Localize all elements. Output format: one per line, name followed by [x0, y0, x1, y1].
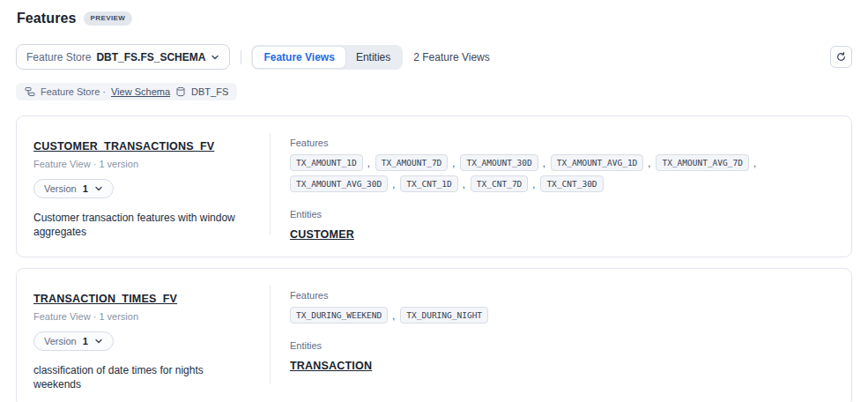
- chip-separator: ,: [392, 310, 395, 321]
- tab-feature-views[interactable]: Feature Views: [253, 47, 345, 68]
- chip-separator: ,: [463, 179, 465, 190]
- feature-chip: TX_AMOUNT_AVG_1D: [551, 154, 644, 171]
- chip-separator: ,: [392, 179, 395, 190]
- feature-view-summary: CUSTOMER_TRANSACTIONS_FV Feature View · …: [17, 131, 270, 242]
- version-dropdown-label: Version: [44, 336, 77, 346]
- feature-chip-group: TX_CNT_1D,: [400, 175, 465, 192]
- version-dropdown-label: Version: [44, 183, 77, 194]
- entity-link-list: CUSTOMER: [290, 226, 834, 242]
- feature-view-details: Features TX_AMOUNT_1D,TX_AMOUNT_7D,TX_AM…: [271, 131, 851, 242]
- feature-chip: TX_AMOUNT_7D: [375, 154, 449, 171]
- feature-chip-group: TX_CNT_30D: [540, 175, 603, 192]
- entity-link[interactable]: CUSTOMER: [290, 228, 354, 241]
- refresh-icon: [835, 51, 847, 63]
- view-tabs: Feature Views Entities: [251, 45, 403, 70]
- page-title: Features: [17, 11, 77, 26]
- database-icon: [175, 86, 186, 97]
- feature-store-icon: [25, 86, 35, 97]
- feature-chip: TX_AMOUNT_AVG_7D: [656, 154, 749, 171]
- feature-chip: TX_AMOUNT_1D: [290, 154, 363, 171]
- feature-chip: TX_CNT_7D: [471, 175, 528, 192]
- chip-separator: ,: [367, 158, 370, 168]
- toolbar-divider: [241, 50, 241, 64]
- feature-view-description: classification of date times for nights …: [33, 363, 252, 391]
- breadcrumb-row: Feature Store · View Schema DBT_FS: [16, 83, 852, 100]
- feature-view-title-link[interactable]: TRANSACTION_TIMES_FV: [33, 293, 177, 305]
- refresh-button[interactable]: [830, 46, 852, 68]
- feature-view-count: 2 Feature Views: [413, 51, 490, 63]
- feature-chip: TX_CNT_30D: [540, 175, 603, 192]
- feature-chip-list: TX_DURING_WEEKEND,TX_DURING_NIGHT: [290, 307, 834, 324]
- chip-separator: ,: [532, 179, 535, 190]
- entities-label: Entities: [290, 209, 834, 220]
- feature-chip-group: TX_AMOUNT_AVG_1D,: [551, 154, 651, 171]
- feature-store-selector-label: Feature Store: [26, 51, 91, 63]
- chip-separator: ,: [648, 158, 650, 168]
- feature-chip-group: TX_AMOUNT_AVG_7D,: [656, 154, 756, 171]
- feature-chip-group: TX_DURING_NIGHT: [400, 307, 488, 324]
- feature-view-list: CUSTOMER_TRANSACTIONS_FV Feature View · …: [16, 115, 852, 402]
- preview-badge: PREVIEW: [84, 11, 133, 26]
- version-dropdown-value: 1: [83, 336, 88, 346]
- chevron-down-icon: [94, 337, 103, 346]
- feature-store-selector[interactable]: Feature Store DBT_FS.FS_SCHEMA: [16, 44, 230, 70]
- feature-view-summary: TRANSACTION_TIMES_FV Feature View · 1 ve…: [17, 284, 270, 391]
- chevron-down-icon: [211, 53, 219, 62]
- feature-view-card: TRANSACTION_TIMES_FV Feature View · 1 ve…: [16, 268, 852, 402]
- page-header: Features PREVIEW: [16, 11, 852, 26]
- chevron-down-icon: [94, 184, 103, 193]
- entities-block: Entities TRANSACTION: [290, 340, 834, 373]
- feature-view-subtitle: Feature View · 1 version: [33, 311, 252, 322]
- feature-chip-group: TX_AMOUNT_7D,: [375, 154, 456, 171]
- feature-store-selector-value: DBT_FS.FS_SCHEMA: [96, 51, 205, 63]
- entities-block: Entities CUSTOMER: [290, 209, 834, 242]
- features-label: Features: [290, 138, 834, 148]
- version-dropdown-value: 1: [83, 183, 88, 194]
- feature-chip-group: TX_AMOUNT_1D,: [290, 154, 370, 171]
- feature-view-description: Customer transaction features with windo…: [33, 211, 252, 239]
- feature-chip-group: TX_AMOUNT_AVG_30D,: [290, 175, 395, 192]
- entities-label: Entities: [290, 340, 834, 351]
- chip-separator: ,: [753, 158, 756, 168]
- version-dropdown[interactable]: Version 1: [33, 331, 114, 351]
- chip-separator: ,: [452, 158, 455, 168]
- version-dropdown[interactable]: Version 1: [33, 179, 114, 198]
- feature-chip: TX_CNT_1D: [400, 175, 457, 192]
- feature-view-card: CUSTOMER_TRANSACTIONS_FV Feature View · …: [16, 115, 852, 257]
- feature-view-title-link[interactable]: CUSTOMER_TRANSACTIONS_FV: [33, 140, 214, 153]
- breadcrumb-prefix: Feature Store ·: [41, 86, 106, 97]
- tab-entities[interactable]: Entities: [345, 47, 401, 68]
- feature-chip: TX_AMOUNT_30D: [460, 154, 538, 171]
- entity-link[interactable]: TRANSACTION: [290, 360, 372, 372]
- feature-chip: TX_DURING_NIGHT: [400, 307, 488, 324]
- feature-chip: TX_AMOUNT_AVG_30D: [290, 175, 388, 192]
- feature-chip-list: TX_AMOUNT_1D,TX_AMOUNT_7D,TX_AMOUNT_30D,…: [290, 154, 834, 192]
- feature-view-details: Features TX_DURING_WEEKEND,TX_DURING_NIG…: [271, 284, 851, 391]
- feature-view-subtitle: Feature View · 1 version: [33, 159, 252, 169]
- feature-chip-group: TX_DURING_WEEKEND,: [290, 307, 395, 324]
- view-schema-link[interactable]: View Schema: [111, 86, 170, 97]
- feature-chip: TX_DURING_WEEKEND: [290, 307, 388, 324]
- breadcrumb: Feature Store · View Schema DBT_FS: [16, 83, 237, 100]
- feature-chip-group: TX_CNT_7D,: [471, 175, 536, 192]
- features-label: Features: [290, 290, 834, 301]
- chip-separator: ,: [543, 158, 545, 168]
- toolbar: Feature Store DBT_FS.FS_SCHEMA Feature V…: [16, 44, 852, 70]
- breadcrumb-database: DBT_FS: [191, 86, 228, 97]
- entity-link-list: TRANSACTION: [290, 357, 834, 373]
- features-page: Features PREVIEW Feature Store DBT_FS.FS…: [0, 0, 868, 402]
- feature-chip-group: TX_AMOUNT_30D,: [460, 154, 545, 171]
